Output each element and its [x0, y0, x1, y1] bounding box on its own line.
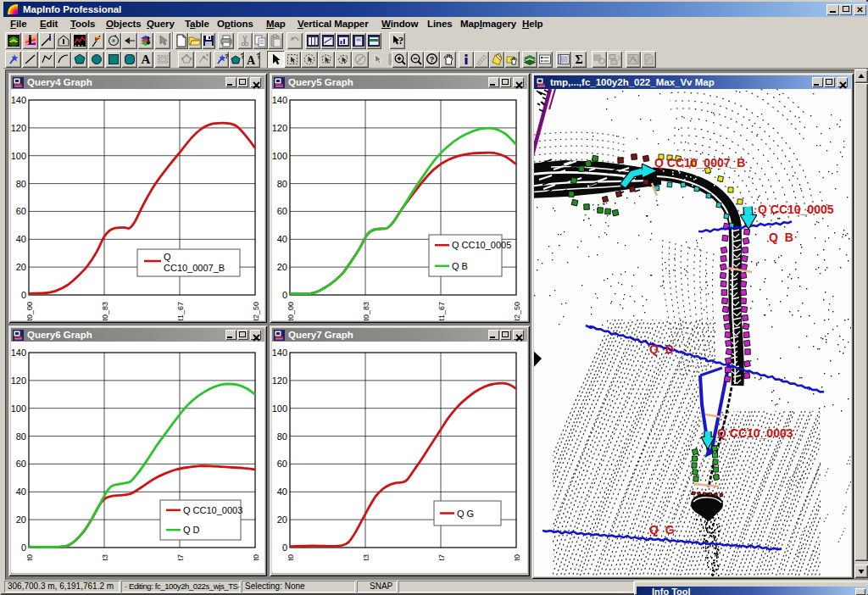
svg-text:?: ? — [256, 53, 259, 60]
svg-text:20: 20 — [277, 514, 287, 525]
svg-text:CC10_0007_B: CC10_0007_B — [164, 263, 225, 273]
svg-text:Q CC10_0005: Q CC10_0005 — [452, 240, 511, 250]
svg-text:Q CC10_0003: Q CC10_0003 — [717, 426, 793, 440]
svg-text:t0: t0 — [513, 554, 521, 561]
svg-text:A: A — [246, 54, 255, 67]
svg-text:140: 140 — [11, 348, 26, 358]
svg-text:A: A — [141, 53, 150, 66]
svg-text:t7: t7 — [437, 554, 446, 561]
svg-text:0: 0 — [21, 290, 26, 300]
svg-text:40: 40 — [16, 487, 26, 497]
svg-text:?: ? — [225, 53, 228, 60]
svg-text:0: 0 — [21, 542, 26, 553]
svg-text:?: ? — [429, 55, 434, 64]
svg-text:60: 60 — [16, 459, 26, 469]
svg-text:t7: t7 — [176, 554, 185, 561]
svg-text:20: 20 — [277, 262, 287, 272]
svg-text:t0_83: t0_83 — [101, 302, 109, 320]
svg-text:t0: t0 — [25, 554, 34, 561]
svg-text:80: 80 — [16, 179, 26, 189]
svg-text:Q D: Q D — [649, 342, 674, 356]
svg-text:140: 140 — [11, 95, 26, 105]
svg-text:?: ? — [241, 53, 244, 60]
svg-text:40: 40 — [277, 487, 287, 497]
svg-text:80: 80 — [277, 431, 287, 442]
svg-text:60: 60 — [16, 206, 26, 216]
svg-text:100: 100 — [11, 151, 26, 161]
svg-text:t1_67: t1_67 — [176, 302, 185, 320]
svg-text:t0: t0 — [252, 554, 260, 561]
svg-text:Q G: Q G — [457, 509, 474, 519]
svg-text:t0_83: t0_83 — [362, 302, 370, 320]
svg-text:140: 140 — [272, 95, 287, 105]
svg-text:Q G: Q G — [649, 523, 675, 537]
svg-text:t1_67: t1_67 — [437, 302, 446, 320]
svg-text:140: 140 — [272, 348, 287, 358]
svg-text:Q CC10_0003: Q CC10_0003 — [183, 505, 242, 515]
svg-text:Q CC10_0007_B: Q CC10_0007_B — [654, 156, 745, 170]
svg-text:80: 80 — [16, 431, 26, 442]
svg-text:60: 60 — [277, 206, 287, 216]
svg-text:120: 120 — [272, 375, 287, 386]
svg-text:120: 120 — [11, 123, 26, 133]
svg-text:60: 60 — [277, 459, 287, 469]
svg-text:Q B: Q B — [452, 261, 468, 271]
svg-text:100: 100 — [272, 403, 287, 414]
svg-text:120: 120 — [11, 375, 26, 386]
svg-text:Q B: Q B — [769, 231, 793, 244]
svg-text:20: 20 — [16, 262, 26, 272]
svg-text:120: 120 — [272, 123, 287, 133]
svg-text:t2_50: t2_50 — [252, 302, 260, 320]
svg-text:Q D: Q D — [183, 525, 200, 535]
svg-text:t0_00: t0_00 — [287, 302, 295, 320]
svg-text:t2_50: t2_50 — [513, 302, 521, 320]
svg-text:t0: t0 — [287, 554, 295, 561]
svg-text:?: ? — [398, 35, 403, 47]
svg-text:20: 20 — [16, 514, 26, 525]
svg-text:t3: t3 — [362, 554, 370, 561]
svg-text:40: 40 — [16, 234, 26, 244]
svg-text:t0_00: t0_00 — [25, 302, 34, 320]
svg-text:Q: Q — [164, 252, 171, 262]
svg-text:t3: t3 — [101, 554, 109, 561]
svg-text:0: 0 — [282, 290, 287, 300]
svg-text:100: 100 — [272, 151, 287, 161]
svg-text:Q CC10_0005: Q CC10_0005 — [758, 203, 834, 216]
svg-text:100: 100 — [11, 403, 26, 414]
svg-text:40: 40 — [277, 234, 287, 244]
svg-text:80: 80 — [277, 179, 287, 189]
svg-text:0: 0 — [282, 542, 287, 553]
svg-text:Σ: Σ — [575, 53, 582, 66]
